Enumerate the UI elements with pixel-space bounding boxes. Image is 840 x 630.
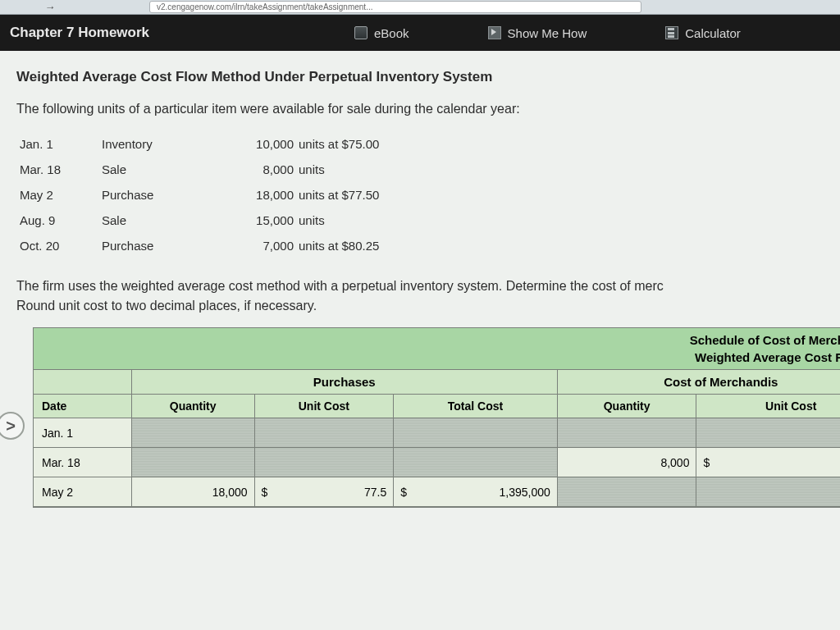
trans-type: Sale (102, 213, 233, 227)
trans-qty: 18,000 (233, 188, 299, 202)
cell-disabled (558, 418, 697, 447)
table-row: Jan. 1 (34, 418, 840, 448)
trans-type: Purchase (102, 188, 233, 202)
schedule-title: Schedule of Cost of Merchandis Weighted … (34, 328, 840, 370)
transaction-row: Aug. 9 Sale 15,000 units (20, 208, 824, 233)
show-me-how-label: Show Me How (508, 26, 587, 40)
cell-unitcost-input[interactable]: $ 77.5 (255, 477, 395, 506)
content-pane: Weighted Average Cost Flow Method Under … (0, 51, 840, 630)
cell-totalcost-input[interactable]: $ 1,395,000 (394, 477, 558, 506)
cell-qty-input[interactable]: 8,000 (558, 448, 697, 477)
transaction-row: Jan. 1 Inventory 10,000 units at $75.00 (20, 131, 824, 157)
cell-disabled (394, 418, 558, 447)
dollar-sign: $ (703, 456, 710, 469)
trans-date: Aug. 9 (20, 213, 102, 227)
trans-date: May 2 (20, 188, 102, 202)
cell-disabled (132, 418, 255, 447)
trans-desc: units (299, 162, 325, 176)
schedule-table: Schedule of Cost of Merchandis Weighted … (33, 327, 840, 508)
trans-desc: units (299, 213, 325, 227)
expand-button[interactable]: > (0, 412, 25, 440)
purchases-section-label: Purchases (132, 370, 558, 394)
schedule-title-line1: Schedule of Cost of Merchandis (42, 333, 840, 347)
transaction-row: May 2 Purchase 18,000 units at $77.50 (20, 182, 824, 208)
intro-text: The following units of a particular item… (16, 102, 824, 116)
schedule-section-header: Purchases Cost of Merchandis (34, 370, 840, 395)
show-me-how-link[interactable]: Show Me How (488, 26, 587, 40)
schedule-title-line2: Weighted Average Cost Flow M (42, 350, 840, 364)
hdr-date: Date (34, 395, 132, 418)
hdr-unit-cost2: Unit Cost (696, 395, 840, 418)
dollar-sign: $ (262, 486, 268, 499)
calculator-label: Calculator (685, 26, 741, 40)
cogs-section-label: Cost of Merchandis (558, 370, 840, 394)
trans-desc: units at $75.00 (299, 137, 379, 151)
cell-disabled (255, 418, 395, 447)
hdr-unit-cost: Unit Cost (255, 395, 395, 418)
topbar: Chapter 7 Homework eBook Show Me How Cal… (0, 15, 840, 51)
assignment-title: Chapter 7 Homework (10, 25, 354, 41)
cell-date: May 2 (34, 477, 132, 506)
cell-disabled (132, 448, 255, 477)
instructions-line1: The firm uses the weighted average cost … (16, 279, 664, 293)
hdr-total-cost: Total Cost (394, 395, 558, 418)
trans-date: Jan. 1 (20, 137, 102, 151)
nav-forward-icon[interactable]: → (41, 1, 59, 14)
hdr-qty2: Quantity (558, 395, 697, 418)
trans-type: Sale (102, 162, 233, 176)
table-row: May 2 18,000 $ 77.5 $ 1,395,000 (34, 477, 840, 507)
trans-date: Oct. 20 (20, 239, 102, 253)
transaction-row: Mar. 18 Sale 8,000 units (20, 157, 824, 182)
schedule-column-header: Date Quantity Unit Cost Total Cost Quant… (34, 395, 840, 418)
trans-qty: 15,000 (233, 213, 299, 227)
dollar-sign: $ (400, 486, 407, 499)
trans-type: Purchase (102, 239, 233, 253)
instructions-line2: Round unit cost to two decimal places, i… (16, 299, 317, 313)
cell-qty-input[interactable]: 18,000 (132, 477, 255, 506)
cell-disabled (558, 477, 697, 506)
trans-qty: 10,000 (233, 137, 299, 151)
cell-disabled (394, 448, 558, 477)
trans-desc: units at $80.25 (299, 239, 379, 253)
calculator-icon (665, 26, 678, 39)
trans-qty: 7,000 (233, 239, 299, 253)
ebook-link[interactable]: eBook (354, 26, 409, 40)
cell-unitcost-input[interactable]: $ 75 (696, 448, 840, 477)
cell-date: Mar. 18 (34, 448, 132, 477)
cell-disabled (696, 418, 840, 447)
table-row: Mar. 18 8,000 $ 75 (34, 448, 840, 477)
url-bar[interactable]: v2.cengagenow.com/ilrn/takeAssignment/ta… (149, 1, 641, 13)
calculator-link[interactable]: Calculator (665, 26, 741, 40)
cell-disabled (696, 477, 840, 506)
cell-date: Jan. 1 (34, 418, 132, 447)
hdr-qty: Quantity (132, 395, 255, 418)
trans-desc: units at $77.50 (299, 188, 379, 202)
chevron-right-icon: > (6, 417, 16, 436)
trans-qty: 8,000 (233, 162, 299, 176)
cell-disabled (255, 448, 395, 477)
instructions-text: The firm uses the weighted average cost … (16, 276, 824, 316)
problem-heading: Weighted Average Cost Flow Method Under … (16, 69, 824, 85)
transactions-list: Jan. 1 Inventory 10,000 units at $75.00 … (20, 131, 824, 258)
ebook-label: eBook (374, 26, 409, 40)
video-icon (488, 26, 501, 39)
trans-type: Inventory (102, 137, 233, 151)
browser-chrome: → v2.cengagenow.com/ilrn/takeAssignment/… (0, 0, 840, 15)
transaction-row: Oct. 20 Purchase 7,000 units at $80.25 (20, 233, 824, 258)
trans-date: Mar. 18 (20, 162, 102, 176)
book-icon (354, 26, 368, 39)
